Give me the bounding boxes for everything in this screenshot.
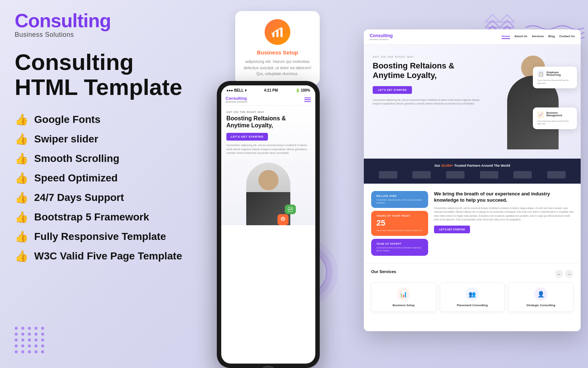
svg-marker-2 xyxy=(485,15,514,22)
phone-nav: Consulting Business Solutions xyxy=(221,94,315,106)
thumb-icon: 👍 xyxy=(15,113,28,126)
partner-logo-2 xyxy=(412,171,431,178)
phone-logo: Consulting xyxy=(226,96,247,100)
phone-hero-text: Consectetur adipiscing elit, sed do eius… xyxy=(226,144,310,155)
desktop-float-card-business: 📈 Business Management If you have the id… xyxy=(533,107,577,129)
desktop-mockup: Consulting Business Solutions Home About… xyxy=(364,29,581,331)
nav-link-blog[interactable]: Blog xyxy=(548,35,555,39)
feature-w3c: 👍 W3C Valid Five Page Template xyxy=(15,250,184,262)
thumb-icon: 👍 xyxy=(15,230,28,243)
business-setup-card: Business Setup adipisicing elit. Harum q… xyxy=(235,11,320,85)
service-card-title-strategic: Strategic Consulting xyxy=(512,304,569,307)
feature-smooth-scrolling: 👍 Smooth Scrolling xyxy=(15,152,184,165)
partners-logos xyxy=(371,171,573,178)
desktop-logo-sub: Business Solutions xyxy=(370,38,393,40)
phone-carrier: ●●● BELL ▾ xyxy=(226,88,247,92)
phone-hero-title: Boosting Reltaions & Anytime Loyalty, xyxy=(226,115,310,129)
feature-support: 👍 24/7 Days Support xyxy=(15,191,184,204)
services-next-arrow[interactable]: → xyxy=(565,270,573,278)
phone-logo-sub: Business Solutions xyxy=(226,100,247,103)
stats-cta-button[interactable]: LET'S GET STARTED xyxy=(434,226,470,233)
feature-google-fonts: 👍 Google Fonts xyxy=(15,113,184,126)
heading-line1: Consulting xyxy=(15,49,134,75)
stats-content: We bring the breath of our experience an… xyxy=(434,191,573,233)
partner-logo-1 xyxy=(379,171,397,178)
float-card2-text: If you have the idea we will find the ri… xyxy=(537,120,573,125)
desktop-hero-text: Consectetur adipiscing elit, sed do eius… xyxy=(373,98,483,106)
service-icon-business: 📊 xyxy=(397,287,410,301)
service-card-strategic: 👤 Strategic Consulting xyxy=(508,283,573,312)
phone-float-badge-orange xyxy=(277,214,288,225)
partner-logo-5 xyxy=(513,171,532,178)
stats-cards: MILLION JOBS Consectetur adipiscing elit… xyxy=(371,191,428,256)
partner-logo-3 xyxy=(446,171,465,178)
desktop-nav-links: Home About Us Services Blog Contact Us xyxy=(502,35,575,39)
feature-bootstrap: 👍 Bootstrap 5 Framework xyxy=(15,210,184,223)
phone-time: 4:21 PM xyxy=(264,88,278,92)
service-card-business: 📊 Business Setup xyxy=(371,283,436,312)
svg-point-6 xyxy=(272,33,273,34)
desktop-hero-cta[interactable]: LET'S GET STARTED xyxy=(373,86,412,94)
feature-label: W3C Valid Five Page Template xyxy=(34,250,182,262)
left-panel: Consulting Business Solutions Consulting… xyxy=(0,0,198,368)
stat-card-expert: TEAM OF EXPERT Lorem ipsum dolor sit ame… xyxy=(371,239,428,256)
float-card-text: If you have the idea we will find the ri… xyxy=(537,79,573,85)
right-section: Business Setup adipisicing elit. Harum q… xyxy=(198,0,588,368)
services-grid: 📊 Business Setup 👥 Placement Consulting … xyxy=(371,283,573,312)
phone-battery: 🔋 100% xyxy=(295,88,310,92)
thumb-icon: 👍 xyxy=(15,210,28,223)
logo-area: Consulting Business Solutions xyxy=(15,11,184,39)
feature-swiper: 👍 Swiper slider xyxy=(15,132,184,145)
feature-label: Speed Optimized xyxy=(34,172,118,184)
phone-logo-area: Consulting Business Solutions xyxy=(226,96,247,103)
desktop-nav: Consulting Business Solutions Home About… xyxy=(364,29,581,45)
phone-hero-label: GET ON THE RIGHT WAY xyxy=(226,111,310,113)
partner-logo-6 xyxy=(547,171,566,178)
desktop-logo-area: Consulting Business Solutions xyxy=(370,33,393,40)
card-text: adipisicing elit. Harum qui molestias de… xyxy=(242,59,313,77)
brand-tagline: Business Solutions xyxy=(15,31,184,39)
stat-card-trust-title: YEARS OF YOUR TRUST xyxy=(376,215,423,217)
services-prev-arrow[interactable]: ← xyxy=(555,270,563,278)
desktop-stats-section: MILLION JOBS Consectetur adipiscing elit… xyxy=(364,184,581,263)
nav-link-about[interactable]: About Us xyxy=(514,35,528,39)
hamburger-menu[interactable] xyxy=(304,98,311,102)
phone-home-button[interactable] xyxy=(259,366,277,368)
feature-label: Smooth Scrolling xyxy=(34,153,119,164)
feature-list: 👍 Google Fonts 👍 Swiper slider 👍 Smooth … xyxy=(15,113,184,262)
stat-card-jobs: MILLION JOBS Consectetur adipiscing elit… xyxy=(371,191,428,208)
feature-responsive: 👍 Fully Responsive Template xyxy=(15,230,184,243)
nav-link-services[interactable]: Services xyxy=(532,35,544,39)
service-card-title-business: Business Setup xyxy=(375,304,432,307)
thumb-icon: 👍 xyxy=(15,250,28,262)
decorative-dots-bottom-left xyxy=(15,327,45,353)
float-card2-title: Business Management xyxy=(546,112,573,117)
stat-card-expert-text: Lorem ipsum dolor sit amet consectetur a… xyxy=(376,247,423,252)
thumb-icon: 👍 xyxy=(15,132,28,145)
stats-content-text: Consectetur adipiscing elit, sed do eius… xyxy=(434,206,573,222)
nav-link-home[interactable]: Home xyxy=(502,35,510,39)
service-card-placement: 👥 Placement Consulting xyxy=(440,283,505,312)
desktop-hero-title: Boosting Reltaions & Anytime Loyalty, xyxy=(373,61,468,81)
services-title: Our Services xyxy=(371,269,396,274)
feature-label: Bootstrap 5 Framework xyxy=(34,211,149,223)
stat-card-expert-title: TEAM OF EXPERT xyxy=(376,243,423,245)
service-icon-placement: 👥 xyxy=(466,287,479,301)
service-card-title-placement: Placement Consulting xyxy=(444,304,501,307)
service-icon-strategic: 👤 xyxy=(534,287,548,301)
feature-speed: 👍 Speed Optimized xyxy=(15,171,184,184)
thumb-icon: 👍 xyxy=(15,191,28,204)
svg-point-7 xyxy=(276,30,277,31)
desktop-hero: GET ON THE RIGHT WAY Boosting Reltaions … xyxy=(364,45,581,159)
phone-cta-button[interactable]: LET'S GET STARTED xyxy=(226,133,268,141)
desktop-partners-section: Our 20,000+ Trusted Partners Around The … xyxy=(364,159,581,184)
phone-person-graphic xyxy=(244,159,292,225)
nav-link-contact[interactable]: Contact Us xyxy=(559,35,575,39)
phone-float-badge-green xyxy=(285,205,296,214)
brand-name: Consulting xyxy=(15,11,184,30)
phone-status-bar: ●●● BELL ▾ 4:21 PM 🔋 100% xyxy=(221,85,315,94)
partners-title: Our 20,000+ Trusted Partners Around The … xyxy=(371,164,573,167)
stats-content-title: We bring the breath of our experience an… xyxy=(434,191,573,204)
desktop-services-section: Our Services ← → 📊 Business Setup 👥 Plac… xyxy=(364,263,581,318)
main-heading: Consulting HTML Template xyxy=(15,50,184,100)
